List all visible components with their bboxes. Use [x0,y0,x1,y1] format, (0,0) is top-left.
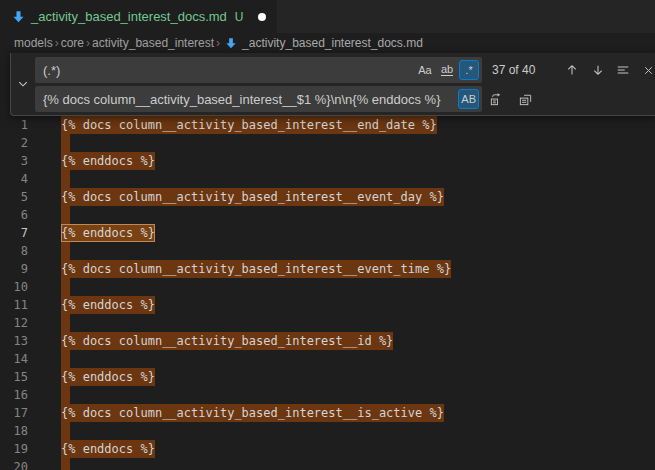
line-number[interactable]: 17 [0,404,28,422]
empty-match-highlight [61,134,70,152]
line-number[interactable]: 1 [0,116,28,134]
breadcrumb-separator: › [214,36,222,50]
empty-match-highlight [61,170,70,188]
code-line[interactable]: 3{% enddocs %} [0,152,655,170]
code-line[interactable]: 2 [0,134,655,152]
line-content[interactable] [61,206,70,224]
line-content[interactable] [61,386,70,404]
match-highlight: {% docs column__activity_based_interest_… [61,260,451,278]
line-content[interactable]: {% enddocs %} [61,152,155,170]
replace-all-icon [518,92,533,107]
replace-icon [489,92,504,107]
line-content[interactable] [61,422,70,440]
line-number[interactable]: 6 [0,206,28,224]
replace-input[interactable]: {% docs column__activity_based_interest_… [35,86,482,112]
modified-dot-icon[interactable] [258,13,266,21]
line-number[interactable]: 9 [0,260,28,278]
preserve-case-toggle[interactable]: AB [458,89,479,109]
line-number[interactable]: 3 [0,152,28,170]
line-content[interactable] [61,134,70,152]
match-highlight: {% docs column__activity_based_interest_… [61,404,444,422]
find-in-selection-button[interactable] [612,59,634,81]
breadcrumb-item[interactable]: core [61,36,84,50]
line-number[interactable]: 14 [0,350,28,368]
close-find-widget-button[interactable] [637,59,655,81]
empty-match-highlight [61,314,70,332]
line-content[interactable]: {% enddocs %} [61,224,155,242]
line-content[interactable]: {% docs column__activity_based_interest_… [61,404,444,422]
breadcrumb-item[interactable]: models [14,36,53,50]
breadcrumb-file[interactable]: _activity_based_interest_docs.md [225,36,423,50]
line-content[interactable]: {% docs column__activity_based_interest_… [61,332,393,350]
code-lines: 1{% docs column__activity_based_interest… [0,116,655,470]
replace-all-button[interactable] [514,88,536,110]
line-content[interactable] [61,458,70,470]
code-line[interactable]: 20 [0,458,655,470]
code-line[interactable]: 10 [0,278,655,296]
current-match-highlight: {% enddocs %} [61,224,155,242]
line-content[interactable] [61,350,70,368]
match-highlight: {% docs column__activity_based_interest_… [61,116,437,134]
line-content[interactable]: {% enddocs %} [61,368,155,386]
line-content[interactable]: {% enddocs %} [61,440,155,458]
line-number[interactable]: 19 [0,440,28,458]
arrow-down-icon [591,63,605,77]
line-number[interactable]: 15 [0,368,28,386]
breadcrumb-item[interactable]: activity_based_interest [92,36,214,50]
line-number[interactable]: 12 [0,314,28,332]
code-line[interactable]: 18 [0,422,655,440]
replace-input-value: {% docs column__activity_based_interest_… [43,92,440,107]
line-content[interactable]: {% enddocs %} [61,296,155,314]
previous-match-button[interactable] [561,59,583,81]
arrow-up-icon [565,63,579,77]
code-line[interactable]: 1{% docs column__activity_based_interest… [0,116,655,134]
code-line[interactable]: 14 [0,350,655,368]
code-line[interactable]: 12 [0,314,655,332]
code-line[interactable]: 19{% enddocs %} [0,440,655,458]
tab-active[interactable]: _activity_based_interest_docs.md U [0,0,277,33]
code-line[interactable]: 11{% enddocs %} [0,296,655,314]
markdown-file-icon [225,37,237,49]
line-number[interactable]: 8 [0,242,28,260]
chevron-down-icon [17,78,29,90]
empty-match-highlight [61,458,70,470]
line-number[interactable]: 5 [0,188,28,206]
code-line[interactable]: 17{% docs column__activity_based_interes… [0,404,655,422]
line-content[interactable] [61,278,70,296]
replace-button[interactable] [485,88,507,110]
code-line[interactable]: 5{% docs column__activity_based_interest… [0,188,655,206]
toggle-replace-button[interactable] [11,53,35,115]
find-input[interactable]: (.*) Aa ab .* [35,57,482,83]
code-line[interactable]: 15{% enddocs %} [0,368,655,386]
line-number[interactable]: 20 [0,458,28,470]
find-replace-widget: (.*) Aa ab .* 37 of 40 [10,53,655,116]
code-line[interactable]: 7{% enddocs %} [0,224,655,242]
code-line[interactable]: 4 [0,170,655,188]
tab-bar: _activity_based_interest_docs.md U [0,0,655,33]
regex-toggle[interactable]: .* [459,60,479,80]
code-line[interactable]: 16 [0,386,655,404]
line-content[interactable] [61,170,70,188]
line-content[interactable] [61,314,70,332]
line-content[interactable]: {% docs column__activity_based_interest_… [61,188,444,206]
line-content[interactable]: {% docs column__activity_based_interest_… [61,116,437,134]
line-content[interactable]: {% docs column__activity_based_interest_… [61,260,451,278]
code-line[interactable]: 6 [0,206,655,224]
code-line[interactable]: 9{% docs column__activity_based_interest… [0,260,655,278]
line-number[interactable]: 13 [0,332,28,350]
match-case-toggle[interactable]: Aa [415,60,435,80]
line-number[interactable]: 18 [0,422,28,440]
line-number[interactable]: 2 [0,134,28,152]
line-number[interactable]: 10 [0,278,28,296]
code-line[interactable]: 13{% docs column__activity_based_interes… [0,332,655,350]
code-line[interactable]: 8 [0,242,655,260]
line-number[interactable]: 16 [0,386,28,404]
line-number[interactable]: 11 [0,296,28,314]
empty-match-highlight [61,278,70,296]
line-number[interactable]: 4 [0,170,28,188]
line-content[interactable] [61,242,70,260]
whole-word-toggle[interactable]: ab [437,60,457,80]
line-number[interactable]: 7 [0,224,28,242]
empty-match-highlight [61,350,70,368]
next-match-button[interactable] [587,59,609,81]
